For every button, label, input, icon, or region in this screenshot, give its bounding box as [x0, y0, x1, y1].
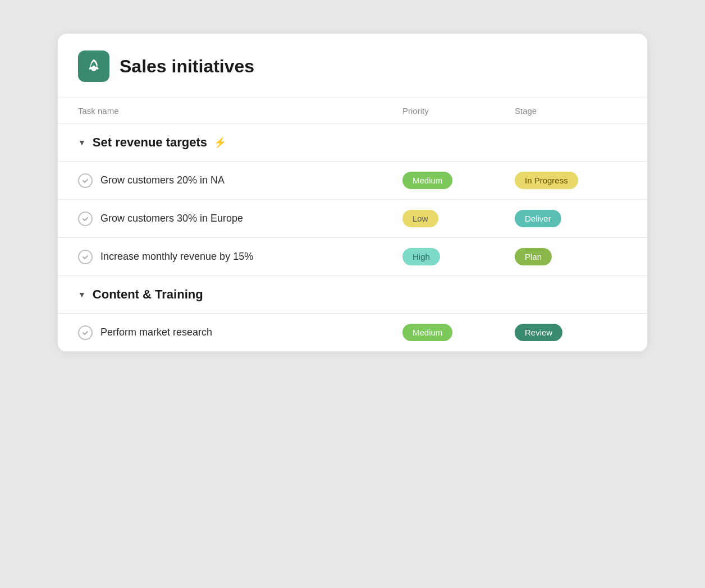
stage-badge[interactable]: Deliver: [515, 210, 561, 227]
stage-badge[interactable]: Plan: [515, 248, 552, 265]
task-table: Task name Priority Stage ▼ Set revenue t…: [58, 98, 647, 352]
priority-badge[interactable]: Medium: [402, 172, 452, 189]
check-icon[interactable]: [78, 173, 93, 188]
task-name: Grow customers 30% in Europe: [100, 213, 243, 224]
stage-cell: In Progress: [515, 172, 627, 189]
task-name: Grow customers 20% in NA: [100, 174, 225, 186]
table-row: Grow customers 20% in NA Medium In Progr…: [58, 162, 647, 200]
task-name-cell: Perform market research: [78, 325, 402, 340]
priority-badge[interactable]: Medium: [402, 324, 452, 341]
priority-cell: Low: [402, 210, 515, 227]
stage-cell: Plan: [515, 248, 627, 265]
task-name: Perform market research: [100, 327, 212, 338]
table-header-row: Task name Priority Stage: [58, 98, 647, 124]
priority-cell: High: [402, 248, 515, 265]
check-icon[interactable]: [78, 325, 93, 340]
table-row: Increase monthly revenue by 15% High Pla…: [58, 238, 647, 276]
task-name-cell: Grow customers 30% in Europe: [78, 212, 402, 226]
stage-badge[interactable]: Review: [515, 324, 562, 341]
lightning-icon: ⚡: [214, 136, 226, 149]
priority-cell: Medium: [402, 172, 515, 189]
app-icon: [78, 50, 109, 82]
group-header-1[interactable]: ▼ Content & Training: [58, 276, 647, 314]
table-row: Grow customers 30% in Europe Low Deliver: [58, 200, 647, 238]
priority-badge[interactable]: High: [402, 248, 440, 265]
col-header-task: Task name: [78, 106, 402, 116]
group-header-0[interactable]: ▼ Set revenue targets ⚡: [58, 124, 647, 162]
page-header: Sales initiatives: [58, 34, 647, 98]
chevron-down-icon: ▼: [78, 138, 86, 147]
priority-cell: Medium: [402, 324, 515, 341]
stage-badge[interactable]: In Progress: [515, 172, 578, 189]
col-header-priority: Priority: [402, 106, 515, 116]
stage-cell: Deliver: [515, 210, 627, 227]
page-title: Sales initiatives: [120, 56, 254, 77]
check-icon[interactable]: [78, 250, 93, 264]
priority-badge[interactable]: Low: [402, 210, 438, 227]
task-name: Increase monthly revenue by 15%: [100, 251, 253, 263]
task-name-cell: Grow customers 20% in NA: [78, 173, 402, 188]
group-title-0: Set revenue targets: [93, 135, 207, 150]
groups-container: ▼ Set revenue targets ⚡ Grow customers 2…: [58, 124, 647, 352]
col-header-stage: Stage: [515, 106, 627, 116]
rocket-icon: [85, 58, 102, 75]
chevron-down-icon: ▼: [78, 290, 86, 299]
group-title-1: Content & Training: [93, 287, 203, 302]
check-icon[interactable]: [78, 212, 93, 226]
stage-cell: Review: [515, 324, 627, 341]
task-name-cell: Increase monthly revenue by 15%: [78, 250, 402, 264]
table-row: Perform market research Medium Review: [58, 314, 647, 352]
main-card: Sales initiatives Task name Priority Sta…: [58, 34, 647, 352]
